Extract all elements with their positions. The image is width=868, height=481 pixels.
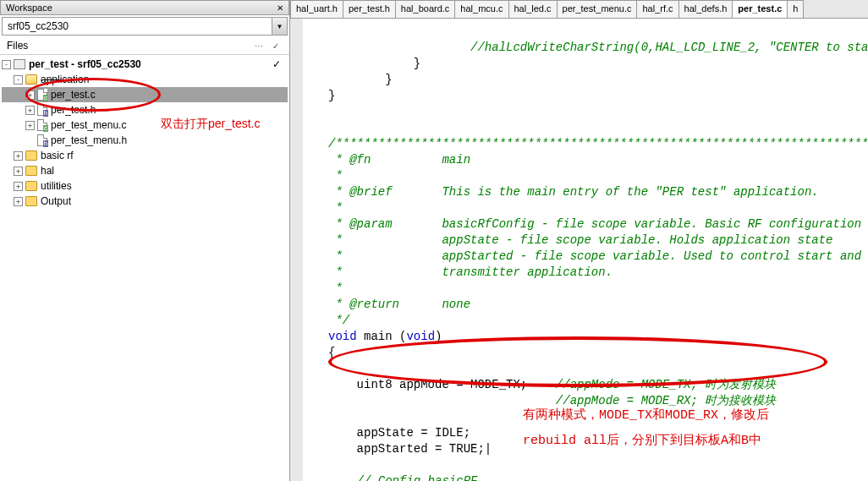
code-editor[interactable]: //halLcdWriteCharString(0,HAL_LCD_LINE_2… [290, 19, 868, 481]
active-check-icon: ✓ [272, 57, 281, 72]
tree-folder-basicrf[interactable]: + basic rf [2, 148, 288, 163]
tree-folder-hal[interactable]: + hal [2, 163, 288, 178]
config-dropdown-input[interactable] [3, 18, 272, 35]
file-tree[interactable]: - per_test - srf05_cc2530 ✓ - applicatio… [0, 55, 289, 481]
editor-tab[interactable]: h [787, 0, 804, 18]
file-label: per_test_menu.h [51, 133, 127, 148]
folder-icon [25, 150, 37, 161]
folder-icon [25, 196, 37, 206]
folder-label: Output [41, 194, 71, 209]
project-label: per_test - srf05_cc2530 [29, 57, 141, 72]
editor-tabs[interactable]: hal_uart.hper_test.hhal_board.chal_mcu.c… [290, 0, 868, 19]
folder-label: hal [41, 163, 54, 178]
editor-tab[interactable]: hal_uart.h [290, 0, 343, 18]
folder-icon [25, 181, 37, 191]
editor-tab[interactable]: hal_rf.c [636, 0, 678, 18]
workspace-titlebar: Workspace ✕ [0, 0, 289, 15]
files-panel-header: Files ⋯ ✓ [0, 37, 289, 55]
annotation-text-code-2: rebuild all后，分别下到目标板A和B中 [523, 433, 761, 449]
editor-tab[interactable]: per_test.c [732, 0, 788, 18]
expander-minus-icon[interactable]: - [14, 75, 23, 85]
c-file-icon [37, 119, 47, 131]
close-icon[interactable]: ✕ [277, 3, 283, 13]
editor-tab[interactable]: hal_board.c [395, 0, 456, 18]
editor-tab[interactable]: per_test.h [343, 0, 396, 18]
files-label: Files [7, 40, 28, 52]
expander-plus-icon[interactable]: + [14, 167, 23, 176]
workspace-panel: Workspace ✕ ▼ Files ⋯ ✓ - per_test - srf… [0, 0, 290, 481]
editor-tab[interactable]: per_test_menu.c [557, 0, 638, 18]
expander-plus-icon[interactable]: + [25, 106, 35, 115]
project-icon [14, 59, 25, 69]
files-header-icons[interactable]: ⋯ ✓ [255, 41, 283, 51]
h-file-icon [37, 104, 47, 116]
config-dropdown[interactable]: ▼ [2, 17, 288, 36]
file-label: per_test.h [51, 102, 96, 118]
annotation-text-code-1: 有两种模式，MODE_TX和MODE_RX，修改后 [523, 407, 769, 424]
c-file-icon [37, 89, 47, 101]
expander-plus-icon[interactable]: + [14, 197, 23, 206]
tree-file-per-test-h[interactable]: + per_test.h [2, 102, 288, 118]
tree-file-per-test-menu-h[interactable]: per_test_menu.h [2, 133, 288, 148]
editor-tab[interactable]: hal_defs.h [678, 0, 733, 18]
folder-label: utilities [41, 178, 72, 194]
folder-icon [25, 166, 37, 176]
editor-tab[interactable]: hal_led.c [508, 0, 558, 18]
tree-folder-application[interactable]: - application [2, 72, 288, 87]
expander-plus-icon[interactable]: + [14, 182, 23, 191]
tree-project-root[interactable]: - per_test - srf05_cc2530 ✓ [2, 57, 288, 72]
expander-minus-icon[interactable]: - [2, 60, 11, 69]
expander-plus-icon[interactable]: + [25, 90, 35, 100]
chevron-down-icon[interactable]: ▼ [272, 18, 287, 35]
tree-file-per-test-c[interactable]: + per_test.c [2, 87, 288, 102]
folder-label: application [41, 72, 89, 87]
tree-file-per-test-menu-c[interactable]: + per_test_menu.c [2, 118, 288, 133]
tree-folder-utilities[interactable]: + utilities [2, 178, 288, 194]
editor-tab[interactable]: hal_mcu.c [454, 0, 508, 18]
h-file-icon [37, 134, 47, 146]
folder-open-icon [25, 74, 37, 85]
expander-plus-icon[interactable]: + [14, 151, 23, 161]
expander-plus-icon[interactable]: + [25, 121, 35, 130]
file-label: per_test.c [51, 87, 96, 102]
folder-label: basic rf [41, 148, 74, 163]
file-label: per_test_menu.c [51, 118, 126, 133]
editor-area: hal_uart.hper_test.hhal_board.chal_mcu.c… [290, 0, 868, 481]
expander-leaf [25, 136, 35, 145]
tree-folder-output[interactable]: + Output [2, 194, 288, 209]
workspace-title: Workspace [6, 3, 52, 13]
